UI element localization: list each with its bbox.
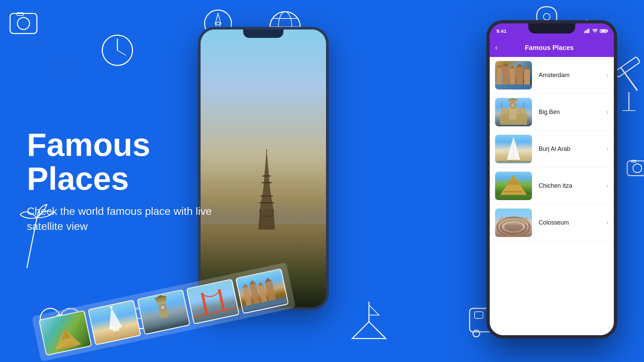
burj-label: Burj Al Arab: [539, 145, 606, 153]
svg-marker-79: [524, 66, 530, 69]
svg-point-36: [633, 164, 642, 173]
bigben-thumb-bg: [495, 98, 532, 126]
bigben-thumb: [495, 98, 532, 126]
bigben-label: Big Ben: [539, 109, 606, 116]
svg-point-11: [543, 13, 550, 20]
svg-rect-26: [475, 312, 483, 318]
svg-rect-32: [614, 57, 640, 77]
chichen-chevron: ›: [606, 182, 608, 189]
app-header: ‹ Famous Places: [490, 38, 614, 57]
list-item[interactable]: Chichen Itza ›: [490, 168, 614, 204]
svg-rect-103: [495, 195, 532, 200]
bigben-thumb-svg: [495, 98, 532, 126]
amsterdam-thumb-bg: [495, 61, 532, 89]
colosseum-thumb: [495, 208, 532, 237]
bigben-chevron: ›: [606, 109, 608, 116]
svg-marker-89: [501, 102, 503, 103]
svg-rect-69: [588, 28, 589, 33]
svg-point-49: [109, 306, 113, 308]
svg-rect-70: [497, 68, 502, 84]
svg-marker-71: [497, 65, 502, 68]
svg-rect-80: [495, 84, 532, 89]
svg-rect-72: [503, 66, 509, 84]
svg-marker-73: [503, 63, 509, 66]
svg-rect-78: [524, 69, 530, 84]
colosseum-label: Colosseum: [539, 219, 606, 226]
svg-rect-107: [498, 218, 529, 225]
svg-marker-99: [510, 175, 517, 180]
burj-thumb-bg: [495, 135, 532, 163]
strip-photo-5: [235, 268, 289, 314]
colosseum-thumb-bg: [495, 208, 532, 237]
battery-icon: [600, 29, 607, 33]
svg-marker-75: [510, 65, 515, 68]
strip-photo-2: [88, 300, 141, 346]
svg-marker-90: [523, 102, 525, 103]
phone-screen: 9:41: [490, 23, 614, 335]
svg-rect-96: [495, 161, 532, 163]
svg-rect-68: [587, 29, 588, 33]
svg-rect-102: [511, 180, 516, 185]
list-item[interactable]: Amsterdam ›: [490, 57, 614, 94]
svg-line-31: [621, 67, 637, 90]
svg-marker-77: [516, 64, 523, 67]
golden-gate-icon: [188, 280, 237, 322]
app-header-title: Famous Places: [501, 44, 597, 52]
places-list: Amsterdam ›: [490, 57, 614, 335]
svg-rect-108: [495, 235, 532, 237]
amsterdam-chevron: ›: [606, 72, 608, 79]
svg-rect-66: [584, 31, 585, 33]
main-title: Famous Places: [27, 128, 235, 196]
list-item[interactable]: Burj Al Arab ›: [490, 131, 614, 168]
svg-rect-37: [631, 160, 636, 162]
svg-point-29: [473, 330, 480, 337]
list-item[interactable]: Colosseum ›: [490, 204, 614, 241]
svg-rect-74: [510, 68, 515, 84]
strip-photo-3: [137, 289, 191, 335]
strip-photo-1: [39, 310, 92, 356]
back-button[interactable]: ‹: [495, 43, 497, 52]
phone-front: 9:41: [486, 20, 617, 339]
chichen-label: Chichen Itza: [539, 182, 606, 189]
svg-marker-47: [105, 306, 122, 330]
strip-photo-4: [186, 279, 240, 324]
signal-icon: [584, 28, 590, 33]
wifi-icon: [592, 28, 598, 33]
chichen-thumb-bg: [495, 172, 532, 200]
chichen-thumb: [495, 172, 532, 200]
burj-thumb: [495, 135, 532, 163]
amsterdam-thumb-svg: [495, 61, 532, 89]
phone-front-frame: 9:41: [486, 20, 617, 339]
svg-rect-35: [627, 161, 644, 176]
svg-rect-76: [516, 67, 523, 84]
pyramid-icon: [49, 324, 84, 352]
subtitle: Check the world famous place with live s…: [27, 204, 221, 234]
colosseum-chevron: ›: [606, 219, 608, 226]
amsterdam-thumb: [495, 61, 532, 89]
bigben-icon: [144, 292, 182, 325]
amsterdam-label: Amsterdam: [539, 72, 606, 79]
list-item[interactable]: Big Ben ›: [490, 94, 614, 131]
burj-thumb-svg: [495, 135, 532, 163]
chichen-thumb-svg: [495, 172, 532, 200]
amsterdam-icon: [237, 269, 287, 311]
burj-chevron: ›: [606, 145, 608, 153]
svg-rect-67: [586, 30, 587, 33]
burj-icon: [95, 302, 133, 335]
status-icons: [584, 28, 607, 33]
colosseum-thumb-svg: [495, 208, 532, 237]
phone-notch: [528, 23, 575, 34]
status-time: 9:41: [496, 28, 506, 34]
